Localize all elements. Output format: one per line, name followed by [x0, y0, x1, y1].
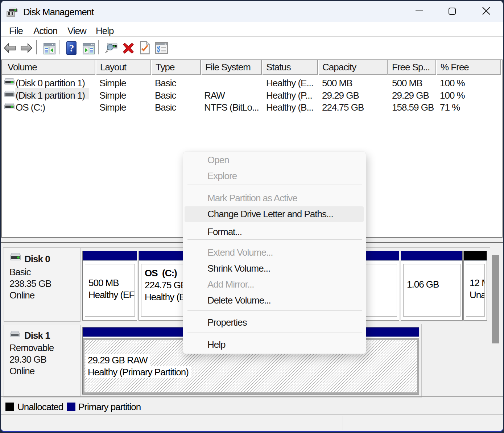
svg-text:?: ? — [69, 42, 74, 54]
